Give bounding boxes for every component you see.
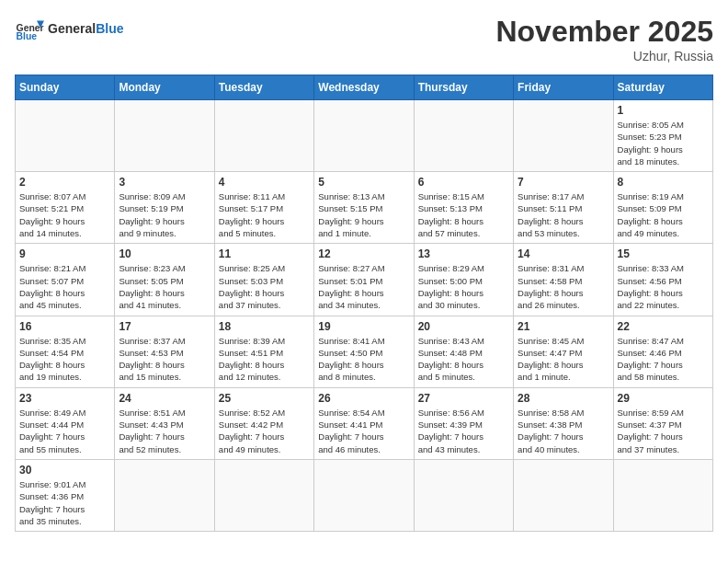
day-number: 30 [19,464,110,477]
day-info: Sunrise: 8:52 AM Sunset: 4:42 PM Dayligh… [219,407,310,455]
calendar-header-row: SundayMondayTuesdayWednesdayThursdayFrid… [16,75,713,100]
day-info: Sunrise: 8:23 AM Sunset: 5:05 PM Dayligh… [119,262,210,311]
calendar-cell: 11Sunrise: 8:25 AM Sunset: 5:03 PM Dayli… [214,244,313,316]
day-info: Sunrise: 8:54 AM Sunset: 4:41 PM Dayligh… [318,407,409,455]
day-info: Sunrise: 8:58 AM Sunset: 4:38 PM Dayligh… [518,407,609,455]
calendar-cell: 5Sunrise: 8:13 AM Sunset: 5:15 PM Daylig… [314,172,414,244]
weekday-header-friday: Friday [514,75,613,100]
calendar-cell: 15Sunrise: 8:33 AM Sunset: 4:56 PM Dayli… [613,244,712,316]
calendar-cell [314,459,414,531]
day-info: Sunrise: 8:47 AM Sunset: 4:46 PM Dayligh… [618,335,709,384]
day-info: Sunrise: 8:13 AM Sunset: 5:15 PM Dayligh… [318,190,409,239]
day-number: 27 [418,392,509,405]
day-info: Sunrise: 8:45 AM Sunset: 4:47 PM Dayligh… [518,335,609,384]
calendar-cell: 2Sunrise: 8:07 AM Sunset: 5:21 PM Daylig… [16,172,115,244]
month-year-title: November 2025 [495,15,713,49]
title-area: November 2025 Uzhur, Russia [495,15,713,63]
calendar-cell: 24Sunrise: 8:51 AM Sunset: 4:43 PM Dayli… [115,387,214,459]
day-info: Sunrise: 8:35 AM Sunset: 4:54 PM Dayligh… [19,335,110,384]
calendar-cell: 25Sunrise: 8:52 AM Sunset: 4:42 PM Dayli… [214,387,313,459]
calendar-cell: 29Sunrise: 8:59 AM Sunset: 4:37 PM Dayli… [613,387,712,459]
calendar-week-row: 30Sunrise: 9:01 AM Sunset: 4:36 PM Dayli… [16,459,713,531]
calendar-cell [414,100,513,172]
page-header: General Blue GeneralBlue November 2025 U… [15,15,713,63]
day-number: 11 [219,247,310,260]
day-number: 16 [19,320,110,333]
day-info: Sunrise: 8:43 AM Sunset: 4:48 PM Dayligh… [418,335,509,384]
day-info: Sunrise: 8:49 AM Sunset: 4:44 PM Dayligh… [19,407,110,455]
day-info: Sunrise: 8:56 AM Sunset: 4:39 PM Dayligh… [418,407,509,455]
calendar-cell: 8Sunrise: 8:19 AM Sunset: 5:09 PM Daylig… [613,172,712,244]
calendar-cell: 3Sunrise: 8:09 AM Sunset: 5:19 PM Daylig… [115,172,214,244]
day-number: 28 [518,392,609,405]
logo: General Blue GeneralBlue [15,15,123,44]
day-number: 8 [618,176,709,189]
logo-general: General [48,21,96,36]
calendar-cell: 7Sunrise: 8:17 AM Sunset: 5:11 PM Daylig… [514,172,613,244]
day-info: Sunrise: 8:31 AM Sunset: 4:58 PM Dayligh… [518,262,609,311]
logo-blue: Blue [96,21,123,36]
calendar-cell: 18Sunrise: 8:39 AM Sunset: 4:51 PM Dayli… [214,316,313,387]
calendar-cell: 12Sunrise: 8:27 AM Sunset: 5:01 PM Dayli… [314,244,414,316]
calendar-cell: 13Sunrise: 8:29 AM Sunset: 5:00 PM Dayli… [414,244,513,316]
calendar-cell: 4Sunrise: 8:11 AM Sunset: 5:17 PM Daylig… [214,172,313,244]
day-number: 9 [19,247,110,260]
calendar-week-row: 2Sunrise: 8:07 AM Sunset: 5:21 PM Daylig… [16,172,713,244]
location-subtitle: Uzhur, Russia [495,49,713,63]
calendar-cell: 20Sunrise: 8:43 AM Sunset: 4:48 PM Dayli… [414,316,513,387]
day-info: Sunrise: 8:17 AM Sunset: 5:11 PM Dayligh… [518,190,609,239]
day-number: 5 [318,176,409,189]
day-info: Sunrise: 8:07 AM Sunset: 5:21 PM Dayligh… [19,190,110,239]
day-number: 17 [119,320,210,333]
weekday-header-saturday: Saturday [613,75,712,100]
calendar-week-row: 9Sunrise: 8:21 AM Sunset: 5:07 PM Daylig… [16,244,713,316]
calendar-cell: 19Sunrise: 8:41 AM Sunset: 4:50 PM Dayli… [314,316,414,387]
day-info: Sunrise: 8:33 AM Sunset: 4:56 PM Dayligh… [618,262,709,311]
calendar-cell [214,459,313,531]
day-number: 29 [618,392,709,405]
day-number: 25 [219,392,310,405]
calendar-cell: 22Sunrise: 8:47 AM Sunset: 4:46 PM Dayli… [613,316,712,387]
calendar-cell: 27Sunrise: 8:56 AM Sunset: 4:39 PM Dayli… [414,387,513,459]
day-number: 20 [418,320,509,333]
day-info: Sunrise: 8:41 AM Sunset: 4:50 PM Dayligh… [318,335,409,384]
day-info: Sunrise: 8:25 AM Sunset: 5:03 PM Dayligh… [219,262,310,311]
day-info: Sunrise: 8:29 AM Sunset: 5:00 PM Dayligh… [418,262,509,311]
calendar-cell: 16Sunrise: 8:35 AM Sunset: 4:54 PM Dayli… [16,316,115,387]
calendar-cell [414,459,513,531]
day-number: 3 [119,176,210,189]
calendar-cell [115,100,214,172]
logo-icon: General Blue [15,15,44,44]
calendar-cell: 30Sunrise: 9:01 AM Sunset: 4:36 PM Dayli… [16,459,115,531]
svg-text:Blue: Blue [17,31,38,41]
day-number: 21 [518,320,609,333]
calendar-cell: 17Sunrise: 8:37 AM Sunset: 4:53 PM Dayli… [115,316,214,387]
day-info: Sunrise: 9:01 AM Sunset: 4:36 PM Dayligh… [19,478,110,527]
day-info: Sunrise: 8:39 AM Sunset: 4:51 PM Dayligh… [219,335,310,384]
weekday-header-monday: Monday [115,75,214,100]
day-number: 13 [418,247,509,260]
weekday-header-tuesday: Tuesday [214,75,313,100]
day-number: 10 [119,247,210,260]
calendar-cell: 6Sunrise: 8:15 AM Sunset: 5:13 PM Daylig… [414,172,513,244]
calendar-week-row: 16Sunrise: 8:35 AM Sunset: 4:54 PM Dayli… [16,316,713,387]
day-number: 18 [219,320,310,333]
weekday-header-wednesday: Wednesday [314,75,414,100]
calendar-week-row: 23Sunrise: 8:49 AM Sunset: 4:44 PM Dayli… [16,387,713,459]
calendar-cell: 9Sunrise: 8:21 AM Sunset: 5:07 PM Daylig… [16,244,115,316]
day-number: 4 [219,176,310,189]
day-info: Sunrise: 8:51 AM Sunset: 4:43 PM Dayligh… [119,407,210,455]
calendar-cell: 28Sunrise: 8:58 AM Sunset: 4:38 PM Dayli… [514,387,613,459]
calendar-cell: 10Sunrise: 8:23 AM Sunset: 5:05 PM Dayli… [115,244,214,316]
day-info: Sunrise: 8:27 AM Sunset: 5:01 PM Dayligh… [318,262,409,311]
calendar-cell [514,100,613,172]
day-number: 23 [19,392,110,405]
day-number: 2 [19,176,110,189]
day-info: Sunrise: 8:05 AM Sunset: 5:23 PM Dayligh… [618,119,709,167]
day-number: 14 [518,247,609,260]
calendar-cell: 14Sunrise: 8:31 AM Sunset: 4:58 PM Dayli… [514,244,613,316]
day-number: 15 [618,247,709,260]
day-info: Sunrise: 8:59 AM Sunset: 4:37 PM Dayligh… [618,407,709,455]
calendar-cell: 21Sunrise: 8:45 AM Sunset: 4:47 PM Dayli… [514,316,613,387]
day-number: 12 [318,247,409,260]
